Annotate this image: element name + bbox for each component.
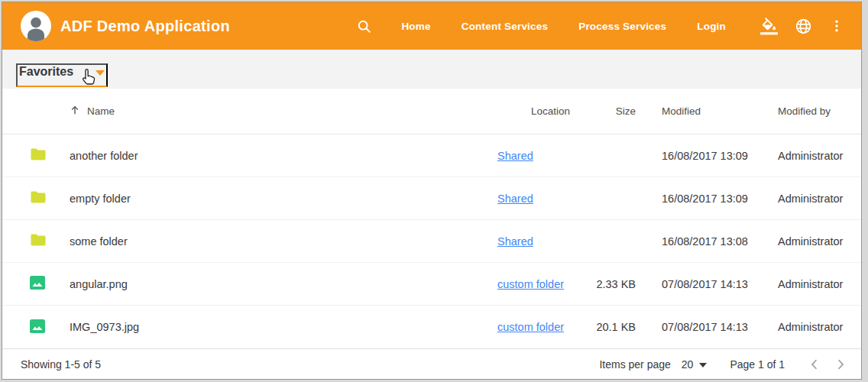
items-per-page-value: 20 [682, 358, 694, 371]
folder-icon [28, 231, 48, 251]
file-name: another folder [70, 150, 496, 162]
column-label-size: Size [616, 105, 636, 117]
nav-item-login[interactable]: Login [682, 21, 741, 32]
column-header-location[interactable]: Location [496, 105, 593, 117]
nav-item-content-services[interactable]: Content Services [446, 21, 564, 32]
language-globe-icon[interactable] [786, 18, 821, 35]
page-range-label: Page 1 of 1 [730, 358, 785, 371]
file-name: some folder [70, 235, 496, 248]
column-label-modified: Modified [662, 105, 701, 117]
page-nav-group [802, 351, 853, 377]
modified-by: Administrator [776, 150, 861, 162]
column-header-modified-by[interactable]: Modified by [776, 105, 861, 117]
modified-by: Administrator [776, 278, 861, 290]
paginator: Showing 1-5 of 5 Items per page 20 Page … [2, 348, 861, 379]
previous-page-icon[interactable] [802, 351, 828, 377]
items-per-page-group: Items per page 20 [599, 358, 707, 371]
column-header-size[interactable]: Size [593, 105, 639, 117]
view-toolbar: Favorites [2, 50, 861, 89]
file-type-cell [2, 274, 70, 294]
location-cell: Shared [496, 150, 593, 162]
table-row[interactable]: some folder Shared 16/08/2017 13:08 Admi… [2, 220, 861, 263]
location-link[interactable]: custom folder [497, 278, 564, 290]
nav-item-process-services[interactable]: Process Services [563, 21, 682, 32]
folder-icon [28, 188, 48, 209]
location-cell: custom folder [496, 278, 593, 290]
nav-item-home[interactable]: Home [386, 21, 445, 32]
document-list: Name Location Size Modified Modified by [2, 89, 861, 379]
location-link[interactable]: Shared [497, 193, 533, 205]
column-label-name: Name [87, 105, 115, 117]
app-header: ADF Demo Application Home Content Servic… [2, 2, 861, 50]
modified-date: 16/08/2017 13:09 [639, 193, 776, 205]
table-body: another folder Shared 16/08/2017 13:09 A… [2, 134, 861, 348]
theme-color-fill-icon[interactable] [752, 18, 786, 35]
items-per-page-label: Items per page [599, 358, 670, 371]
column-label-location: Location [531, 105, 570, 117]
modified-date: 16/08/2017 13:09 [639, 150, 776, 162]
table-row[interactable]: angular.png custom folder 2.33 KB 07/08/… [2, 263, 861, 306]
modified-by: Administrator [776, 193, 861, 205]
file-size: 20.1 KB [593, 321, 639, 333]
file-name: empty folder [70, 193, 496, 205]
file-type-cell [2, 231, 70, 251]
image-icon [28, 317, 47, 338]
modified-by: Administrator [776, 235, 861, 248]
location-cell: Shared [496, 235, 593, 248]
location-link[interactable]: Shared [497, 235, 533, 248]
hand-cursor-icon [79, 66, 99, 88]
modified-date: 07/08/2017 14:13 [639, 278, 776, 290]
image-icon [28, 274, 47, 294]
table-row[interactable]: empty folder Shared 16/08/2017 13:09 Adm… [2, 177, 861, 220]
file-type-cell [2, 317, 70, 338]
caret-down-icon [699, 363, 707, 367]
file-type-cell [2, 188, 70, 209]
showing-range-label: Showing 1-5 of 5 [21, 358, 101, 371]
app-title: ADF Demo Application [60, 18, 230, 35]
user-avatar-icon [21, 11, 51, 41]
header-nav: Home Content Services Process Services L… [386, 21, 741, 32]
more-menu-icon[interactable] [821, 18, 846, 34]
file-name: IMG_0973.jpg [70, 321, 496, 333]
location-cell: Shared [496, 193, 593, 205]
folder-icon [28, 145, 48, 166]
file-type-cell [2, 145, 70, 166]
column-header-modified[interactable]: Modified [639, 105, 776, 117]
column-header-name[interactable]: Name [70, 105, 496, 118]
table-row[interactable]: another folder Shared 16/08/2017 13:09 A… [2, 134, 861, 177]
search-icon[interactable] [348, 18, 386, 34]
sort-ascending-icon [70, 105, 80, 118]
column-label-modified-by: Modified by [778, 105, 831, 117]
modified-by: Administrator [776, 321, 861, 333]
location-cell: custom folder [496, 321, 593, 333]
view-label: Favorites [19, 65, 73, 79]
file-name: angular.png [70, 278, 496, 290]
modified-date: 07/08/2017 14:13 [639, 321, 776, 333]
next-page-icon[interactable] [828, 351, 853, 377]
file-size: 2.33 KB [593, 278, 639, 290]
table-row[interactable]: IMG_0973.jpg custom folder 20.1 KB 07/08… [2, 306, 861, 348]
location-link[interactable]: custom folder [497, 321, 564, 333]
items-per-page-select[interactable]: 20 [682, 358, 708, 371]
modified-date: 16/08/2017 13:08 [639, 235, 776, 248]
location-link[interactable]: Shared [497, 150, 533, 162]
app-window: ADF Demo Application Home Content Servic… [2, 2, 862, 380]
table-header-row: Name Location Size Modified Modified by [2, 89, 861, 134]
